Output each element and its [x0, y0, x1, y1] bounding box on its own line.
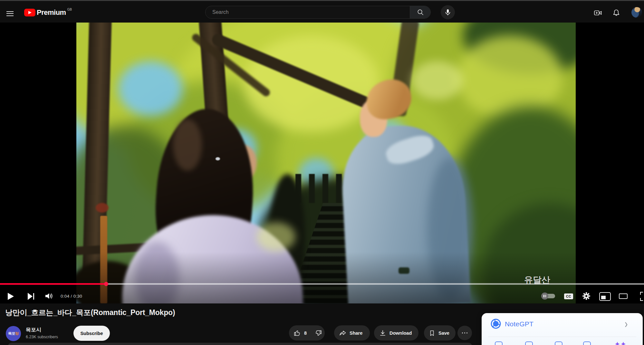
- settings-gear-icon[interactable]: [582, 292, 591, 300]
- video-art-shape: [216, 157, 220, 160]
- search-bar: [205, 6, 431, 19]
- like-count: 8: [304, 331, 307, 336]
- notegpt-header[interactable]: NoteGPT ›: [482, 313, 643, 333]
- notegpt-summary-icon[interactable]: [495, 341, 503, 345]
- notegpt-notes-icon[interactable]: [555, 341, 562, 345]
- youtube-watch-page: Premium GB: [0, 0, 644, 345]
- notegpt-ai-sparkles-icon[interactable]: ✦✦: [614, 340, 626, 345]
- dislike-button[interactable]: [311, 325, 327, 340]
- video-art-shape: [96, 203, 109, 213]
- play-button[interactable]: [8, 293, 14, 300]
- notegpt-title: NoteGPT: [505, 320, 533, 328]
- progress-played: [0, 283, 106, 285]
- share-label: Share: [350, 331, 362, 336]
- download-icon: [379, 329, 387, 337]
- channel-avatar[interactable]: 목포랑: [6, 326, 21, 341]
- notegpt-transcript-icon[interactable]: [525, 341, 533, 345]
- save-label: Save: [438, 331, 449, 336]
- notegpt-copy-icon[interactable]: [583, 341, 591, 345]
- menu-icon[interactable]: [6, 9, 14, 16]
- share-icon: [339, 329, 347, 337]
- autoplay-toggle[interactable]: [542, 294, 555, 298]
- time-display: 0:04 / 0:30: [61, 294, 82, 299]
- download-button[interactable]: Download: [374, 325, 418, 340]
- create-video-icon[interactable]: [594, 9, 602, 17]
- video-art-shape: [411, 61, 463, 100]
- notegpt-toolbar: ✦✦: [482, 341, 643, 345]
- video-art-shape: [257, 222, 295, 251]
- like-button[interactable]: 8: [289, 325, 311, 340]
- dots-icon: [462, 332, 463, 334]
- save-button[interactable]: Save: [424, 325, 456, 340]
- subtitles-cc-button[interactable]: CC: [564, 293, 573, 299]
- progress-bar[interactable]: [0, 283, 644, 285]
- chevron-right-icon[interactable]: ›: [625, 317, 628, 331]
- fullscreen-icon[interactable]: [640, 292, 644, 301]
- search-input[interactable]: [206, 6, 410, 18]
- header: Premium GB: [0, 1, 644, 23]
- mic-icon: [444, 8, 452, 16]
- thumbs-down-icon: [314, 329, 322, 337]
- next-button[interactable]: [28, 293, 35, 300]
- channel-avatar-text: 목포: [8, 331, 15, 336]
- bookmark-icon: [428, 330, 436, 337]
- youtube-play-icon: [24, 9, 35, 16]
- notegpt-divider: [488, 337, 636, 337]
- more-actions-button[interactable]: [457, 326, 472, 340]
- autoplay-knob-pause-icon: [541, 292, 548, 300]
- notegpt-panel: NoteGPT › ✦✦: [482, 313, 643, 345]
- video-art-shape: [173, 119, 202, 171]
- theater-mode-icon[interactable]: [619, 293, 628, 299]
- channel-name[interactable]: 목포시: [26, 327, 41, 333]
- search-button[interactable]: [410, 6, 430, 18]
- miniplayer-icon[interactable]: [599, 292, 611, 301]
- download-label: Download: [389, 331, 412, 336]
- subscribe-button[interactable]: Subscribe: [73, 326, 110, 341]
- logo-brand-text: Premium: [37, 9, 66, 16]
- search-icon: [417, 8, 424, 16]
- video-art-shape: [457, 35, 563, 119]
- channel-subscribers: 6.23K subscribers: [26, 335, 58, 339]
- video-art-shape: [118, 61, 183, 116]
- description-box[interactable]: [8, 343, 472, 345]
- like-dislike-pill: 8: [289, 325, 325, 340]
- video-player: 유달산 0:04 / 0:30 CC: [0, 23, 644, 303]
- account-avatar[interactable]: [631, 7, 642, 18]
- voice-search-button[interactable]: [441, 5, 455, 19]
- player-controls: 0:04 / 0:30 CC: [0, 289, 644, 303]
- progress-buffered: [106, 283, 644, 285]
- logo-region-text: GB: [67, 8, 72, 11]
- video-frame[interactable]: [76, 23, 576, 303]
- video-title: 낭만이_흐르는_바다_목포(Romantic_Port_Mokpo): [5, 308, 175, 318]
- progress-scrubber[interactable]: [104, 282, 108, 286]
- thumbs-up-icon: [293, 329, 301, 337]
- notifications-bell-icon[interactable]: [612, 9, 620, 17]
- share-button[interactable]: Share: [334, 325, 370, 340]
- volume-icon[interactable]: [45, 292, 54, 300]
- notegpt-logo-icon: [491, 319, 501, 329]
- channel-avatar-accent-text: 랑: [15, 331, 19, 336]
- youtube-premium-logo[interactable]: Premium GB: [24, 9, 72, 16]
